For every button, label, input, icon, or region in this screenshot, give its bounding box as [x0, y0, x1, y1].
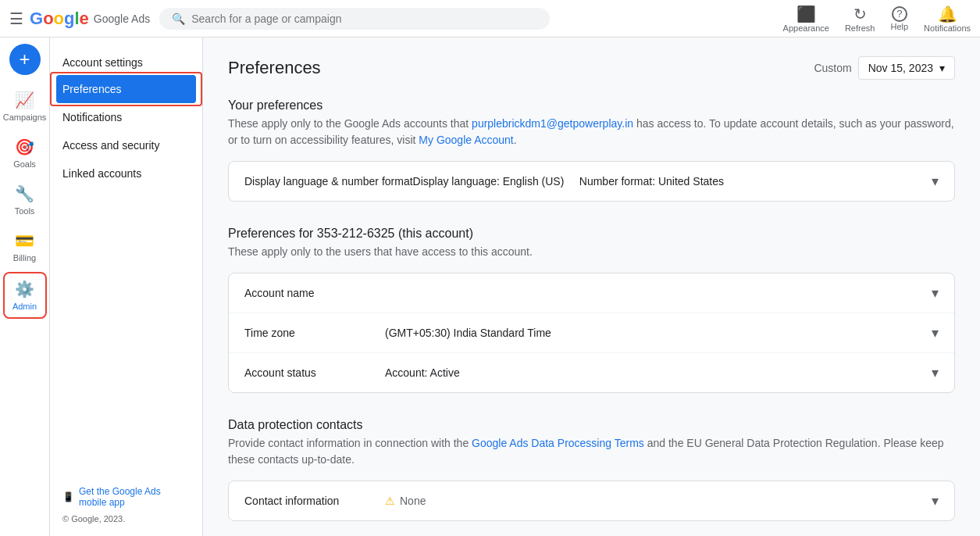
- display-language-value: Display language: English (US) Number fo…: [413, 175, 932, 188]
- nav-item-campaigns-label: Campaigns: [3, 113, 47, 122]
- contact-information-label: Contact information: [244, 495, 385, 507]
- notifications-icon: 🔔: [938, 5, 957, 23]
- display-language-row[interactable]: Display language & number format Display…: [229, 162, 954, 201]
- nav-item-tools[interactable]: 🔧 Tools: [3, 178, 47, 222]
- display-language-label: Display language & number format: [244, 175, 413, 188]
- search-icon: 🔍: [172, 13, 185, 25]
- hamburger-icon[interactable]: ☰: [9, 9, 23, 28]
- nav-item-campaigns[interactable]: 📈 Campaigns: [3, 84, 47, 128]
- sidebar-item-preferences[interactable]: Preferences: [56, 75, 196, 103]
- number-label: Number format:: [579, 175, 655, 188]
- account-preferences-title: Preferences for 353-212-6325 (this accou…: [228, 227, 955, 241]
- time-zone-row[interactable]: Time zone (GMT+05:30) India Standard Tim…: [229, 313, 954, 353]
- desc-prefix: These apply only to the Google Ads accou…: [228, 117, 472, 130]
- google-ads-logo: Google Google Ads: [30, 9, 150, 29]
- your-preferences-desc: These apply only to the Google Ads accou…: [228, 116, 955, 148]
- main-header: Preferences Custom Nov 15, 2023 ▾: [228, 56, 955, 80]
- copyright: © Google, 2023.: [62, 514, 191, 523]
- sidebar-item-linked-accounts-label: Linked accounts: [62, 167, 141, 180]
- email-link[interactable]: purplebrickdm1@getpowerplay.in: [472, 117, 633, 130]
- tools-icon: 🔧: [15, 184, 34, 203]
- account-name-label: Account name: [244, 287, 385, 299]
- nav-item-goals[interactable]: 🎯 Goals: [3, 131, 47, 175]
- help-label: Help: [890, 22, 908, 31]
- appearance-action[interactable]: ⬛ Appearance: [783, 5, 829, 33]
- sidebar: Account settings Preferences Notificatio…: [50, 38, 203, 536]
- account-status-row[interactable]: Account status Account: Active ▾: [229, 353, 954, 392]
- time-zone-label: Time zone: [244, 327, 385, 339]
- refresh-icon: ↻: [853, 5, 867, 23]
- search-bar[interactable]: 🔍: [159, 8, 550, 30]
- account-status-value: Account: Active: [385, 366, 932, 379]
- notifications-action[interactable]: 🔔 Notifications: [924, 5, 971, 33]
- mobile-icon: 📱: [62, 491, 74, 502]
- time-zone-chevron: ▾: [932, 324, 939, 341]
- gdpr-link[interactable]: Google Ads Data Processing Terms: [472, 437, 644, 449]
- desc-suffix: .: [514, 134, 517, 146]
- display-language-card: Display language & number format Display…: [228, 161, 955, 202]
- sidebar-item-access-security[interactable]: Access and security: [50, 131, 202, 159]
- sidebar-item-preferences-label: Preferences: [62, 83, 121, 95]
- refresh-action[interactable]: ↻ Refresh: [845, 5, 875, 33]
- nav-item-admin-label: Admin: [12, 302, 37, 311]
- your-preferences-title: Your preferences: [228, 98, 955, 113]
- contact-information-card: Contact information ⚠ None ▾: [228, 481, 955, 521]
- time-zone-value: (GMT+05:30) India Standard Time: [385, 327, 932, 339]
- goals-icon: 🎯: [15, 138, 34, 156]
- contact-information-chevron: ▾: [932, 492, 939, 509]
- account-preferences-section: Preferences for 353-212-6325 (this accou…: [228, 227, 955, 393]
- main-content: Preferences Custom Nov 15, 2023 ▾ Your p…: [203, 38, 980, 536]
- my-google-account-link[interactable]: My Google Account: [419, 134, 513, 146]
- dp-desc-prefix: Provide contact information in connectio…: [228, 437, 472, 449]
- campaigns-icon: 📈: [15, 91, 34, 109]
- data-protection-desc: Provide contact information in connectio…: [228, 435, 955, 468]
- appearance-label: Appearance: [783, 23, 829, 33]
- account-preferences-desc: These apply only to the users that have …: [228, 244, 955, 260]
- page-title: Preferences: [228, 58, 321, 78]
- mobile-app-link[interactable]: 📱 Get the Google Ads mobile app: [62, 486, 191, 508]
- sidebar-item-notifications[interactable]: Notifications: [50, 103, 202, 131]
- date-button[interactable]: Nov 15, 2023 ▾: [858, 56, 955, 80]
- sidebar-item-notifications-label: Notifications: [62, 111, 122, 123]
- help-action[interactable]: ? Help: [890, 6, 908, 31]
- nav-item-tools-label: Tools: [15, 206, 35, 216]
- date-value: Nov 15, 2023: [868, 62, 933, 74]
- account-name-chevron: ▾: [932, 284, 939, 302]
- nav-item-goals-label: Goals: [13, 159, 36, 169]
- account-preferences-card: Account name ▾ Time zone (GMT+05:30) Ind…: [228, 273, 955, 393]
- contact-information-row[interactable]: Contact information ⚠ None ▾: [229, 481, 954, 520]
- account-status-chevron: ▾: [932, 364, 939, 381]
- search-input[interactable]: [191, 13, 537, 25]
- sidebar-item-access-security-label: Access and security: [62, 139, 160, 152]
- number-value: United States: [658, 175, 724, 188]
- left-nav: + 📈 Campaigns 🎯 Goals 🔧 Tools 💳 Billing …: [0, 38, 50, 536]
- logo-text: Google Ads: [94, 13, 150, 25]
- appearance-icon: ⬛: [796, 5, 816, 23]
- display-language-chevron: ▾: [932, 173, 939, 190]
- warning-icon: ⚠: [385, 495, 395, 507]
- language-value: English (US): [503, 175, 565, 188]
- nav-item-billing-label: Billing: [13, 253, 36, 263]
- google-logo-icon: Google: [30, 9, 89, 29]
- contact-none-value: None: [400, 495, 426, 507]
- language-label: Display language:: [413, 175, 500, 188]
- sidebar-footer: 📱 Get the Google Ads mobile app © Google…: [50, 486, 203, 523]
- topbar-right: ⬛ Appearance ↻ Refresh ? Help 🔔 Notifica…: [783, 5, 971, 33]
- help-icon: ?: [892, 6, 907, 22]
- topbar-left: ☰ Google Google Ads: [9, 9, 150, 29]
- your-preferences-section: Your preferences These apply only to the…: [228, 98, 955, 202]
- account-name-row[interactable]: Account name ▾: [229, 273, 954, 313]
- admin-icon: ⚙️: [15, 280, 34, 298]
- data-protection-section: Data protection contacts Provide contact…: [228, 418, 955, 521]
- nav-item-billing[interactable]: 💳 Billing: [3, 225, 47, 269]
- nav-item-admin[interactable]: ⚙️ Admin: [3, 272, 47, 319]
- account-status-label: Account status: [244, 366, 385, 379]
- data-protection-title: Data protection contacts: [228, 418, 955, 432]
- date-label: Custom: [814, 62, 851, 74]
- refresh-label: Refresh: [845, 23, 875, 33]
- layout: + 📈 Campaigns 🎯 Goals 🔧 Tools 💳 Billing …: [0, 38, 980, 536]
- create-button[interactable]: +: [9, 44, 41, 75]
- mobile-app-link-text: Get the Google Ads mobile app: [79, 486, 191, 508]
- sidebar-item-linked-accounts[interactable]: Linked accounts: [50, 159, 202, 188]
- date-selector: Custom Nov 15, 2023 ▾: [814, 56, 955, 80]
